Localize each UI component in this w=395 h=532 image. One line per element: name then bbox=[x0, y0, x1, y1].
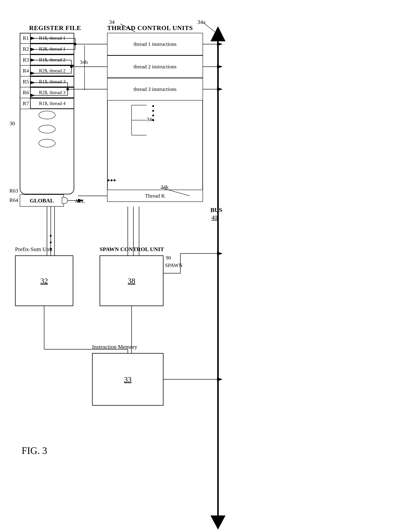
thread3-instructions: thread 3 instructions bbox=[107, 78, 203, 101]
spawn-label: SPAWN bbox=[165, 262, 182, 268]
svg-marker-9 bbox=[210, 516, 225, 530]
svg-text:•: • bbox=[49, 232, 52, 240]
figure-label: FIG. 3 bbox=[22, 445, 47, 456]
prefix-sum-label: Prefix-Sum Unit bbox=[15, 246, 52, 253]
prefix-sum-box: 32 bbox=[15, 255, 73, 306]
prefix-sum-id: 32 bbox=[40, 276, 48, 285]
reg-label-r64: R64 bbox=[9, 197, 18, 203]
spawn-control-id: 38 bbox=[128, 276, 135, 285]
label-34a: 34a bbox=[197, 19, 205, 25]
svg-marker-8 bbox=[210, 26, 225, 41]
svg-text:•: • bbox=[49, 238, 52, 247]
label-90: 90 bbox=[166, 255, 171, 261]
oval-3 bbox=[38, 139, 55, 147]
register-file-ellipses bbox=[28, 111, 66, 147]
all-label: ALL bbox=[75, 198, 85, 204]
label-34c: 34c bbox=[147, 116, 154, 123]
tcu-label: THREAD CONTROL UNITS bbox=[107, 24, 193, 32]
thread2-instructions: thread 2 instructions bbox=[107, 55, 203, 78]
spawn-control-box: 38 bbox=[100, 255, 164, 306]
component-id-30: 30 bbox=[9, 120, 15, 127]
svg-point-16 bbox=[74, 43, 77, 45]
instruction-memory-label: Instruction Memory bbox=[92, 344, 137, 350]
threadk-box: Thread K bbox=[107, 190, 203, 202]
bus-id: 40 bbox=[211, 214, 217, 221]
global-box: GLOBAL bbox=[20, 194, 64, 207]
label-34: 34 bbox=[109, 19, 115, 25]
thread1-instructions: thread 1 instructions bbox=[107, 33, 203, 55]
reg-label-r63: R63 bbox=[9, 188, 18, 194]
instruction-memory-box: 33 bbox=[92, 353, 164, 406]
register-file-label: REGISTER FILE bbox=[29, 24, 81, 32]
oval-1 bbox=[38, 111, 55, 119]
label-34b: 34b bbox=[80, 59, 88, 65]
oval-2 bbox=[38, 125, 55, 133]
spawn-control-label: SPAWN CONTROL UNIT bbox=[100, 246, 164, 253]
instruction-memory-id: 33 bbox=[124, 375, 132, 384]
bus-label: BUS bbox=[210, 207, 222, 214]
svg-line-6 bbox=[205, 24, 216, 33]
label-34k: 34k bbox=[161, 184, 169, 190]
